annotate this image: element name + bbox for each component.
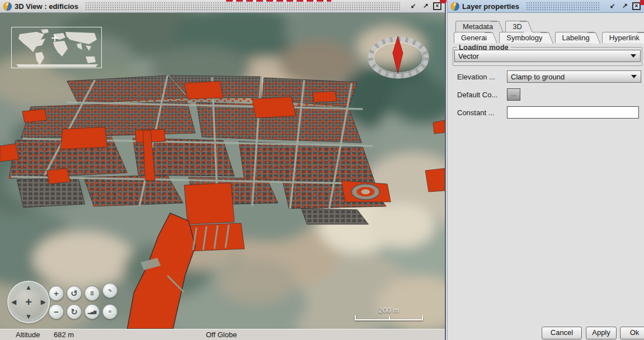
maximize-icon[interactable]: ↗ xyxy=(620,2,629,11)
maximize-icon[interactable]: ↗ xyxy=(421,2,430,11)
titlebar-texture xyxy=(527,2,600,10)
titlebar-texture xyxy=(86,2,401,10)
pan-right-icon[interactable]: ▶ xyxy=(41,299,46,305)
globe-status: Off Globe xyxy=(206,330,237,339)
compass-north-needle xyxy=(393,36,403,73)
zoom-in-button[interactable]: + xyxy=(49,286,64,301)
zoom-out-button[interactable]: − xyxy=(49,304,64,319)
layer-properties-titlebar[interactable]: Layer properties ↙ ↗ × xyxy=(448,0,644,13)
3d-view-window: 3D View : edificios ↙ ↗ × xyxy=(0,0,446,340)
desktop: 3D View : edificios ↙ ↗ × xyxy=(0,0,644,340)
scale-bar-label: 200 m xyxy=(352,306,425,314)
terrain-profile-button[interactable]: ∿ xyxy=(102,283,117,298)
tab-3d[interactable]: 3D xyxy=(505,21,527,32)
close-icon[interactable]: × xyxy=(433,2,441,10)
scale-bar-rule xyxy=(355,315,423,320)
tab-hyperlink[interactable]: Hyperlink xyxy=(602,32,644,43)
rotate-cw-button[interactable]: ↻ xyxy=(67,304,82,319)
tab-row-1: Metadata 3D xyxy=(455,21,534,32)
loading-mode-value: Vector xyxy=(458,52,479,60)
minimize-icon[interactable]: ↙ xyxy=(608,2,617,11)
tab-general[interactable]: General xyxy=(454,32,491,43)
gvsig-logo-icon xyxy=(2,1,13,12)
altitude-label: Altitude xyxy=(16,330,40,339)
elevation-value: Clamp to ground xyxy=(511,73,565,81)
tab-label: 3D xyxy=(513,22,522,31)
pan-left-icon[interactable]: ◀ xyxy=(11,299,16,305)
3d-view-titlebar[interactable]: 3D View : edificios ↙ ↗ × xyxy=(0,0,445,13)
compass-widget[interactable] xyxy=(367,35,430,86)
apply-button[interactable]: Apply xyxy=(586,327,617,339)
tab-symbology[interactable]: Symbology xyxy=(499,32,547,43)
tab-label: Labeling xyxy=(562,34,590,42)
status-bar: Altitude 682 m Off Globe xyxy=(0,329,445,340)
background-window-peek xyxy=(226,0,331,2)
layer-properties-title: Layer properties xyxy=(462,2,519,11)
rotate-ccw-button[interactable]: ↺ xyxy=(67,286,82,301)
constant-label: Constant ... xyxy=(457,108,494,117)
tab-metadata[interactable]: Metadata xyxy=(455,21,497,32)
3d-scene-viewport[interactable]: ▲ ▼ ◀ ▶ + + ↺ ≣ ∿ − ↻ ▂▄▆ ≈ 200 m xyxy=(0,13,445,329)
tab-row-2: General Symbology Labeling Hyperlink xyxy=(454,32,644,43)
constant-input[interactable] xyxy=(507,106,639,119)
default-color-picker-button[interactable]: ... xyxy=(507,88,520,101)
gvsig-logo-icon xyxy=(450,1,460,12)
loading-mode-combobox[interactable]: Vector xyxy=(454,50,641,62)
overview-world-map[interactable] xyxy=(11,27,102,68)
tab-label: Symbology xyxy=(506,34,542,42)
background-window-peek xyxy=(440,0,446,3)
pan-down-icon[interactable]: ▼ xyxy=(25,313,32,320)
layer-properties-window: Layer properties ↙ ↗ × Metadata 3D Gener… xyxy=(447,0,644,340)
chevron-down-icon xyxy=(631,54,636,58)
pan-center-icon[interactable]: + xyxy=(25,299,32,305)
tab-label: General xyxy=(461,34,487,42)
ok-button[interactable]: Ok xyxy=(620,327,644,339)
tab-labeling[interactable]: Labeling xyxy=(555,32,594,43)
background-window-peek xyxy=(640,0,644,5)
chevron-down-icon xyxy=(631,75,637,78)
elevation-combobox[interactable]: Clamp to ground xyxy=(507,70,641,83)
pan-control[interactable]: ▲ ▼ ◀ ▶ + xyxy=(7,281,50,323)
close-icon[interactable]: × xyxy=(632,2,641,10)
scale-bar: 200 m xyxy=(352,306,425,320)
flatten-terrain-button[interactable]: ≈ xyxy=(102,304,117,319)
elevation-label: Elevation ... xyxy=(457,73,495,81)
altitude-value: 682 m xyxy=(54,330,74,339)
signal-bars-button[interactable]: ▂▄▆ xyxy=(84,304,100,319)
world-map-graphic xyxy=(12,27,101,68)
layer-properties-body: Metadata 3D General Symbology Labeling H… xyxy=(448,13,644,340)
3d-view-title: 3D View : edificios xyxy=(15,2,78,11)
layers-button[interactable]: ≣ xyxy=(84,286,100,301)
pan-up-icon[interactable]: ▲ xyxy=(25,284,32,291)
cancel-button[interactable]: Cancel xyxy=(542,327,582,339)
minimize-icon[interactable]: ↙ xyxy=(408,2,418,11)
default-color-label: Default Co... xyxy=(457,91,497,99)
tab-label: Metadata xyxy=(463,22,493,31)
tab-label: Hyperlink xyxy=(609,34,640,42)
